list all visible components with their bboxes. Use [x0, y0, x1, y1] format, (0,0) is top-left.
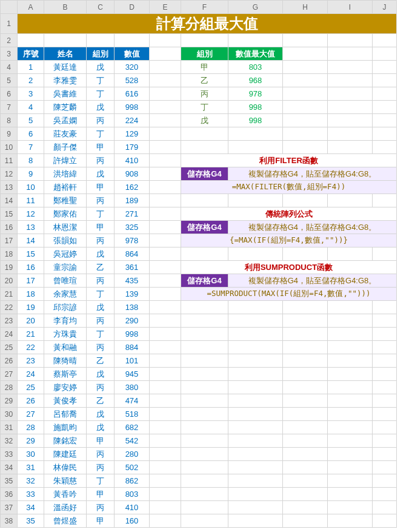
cell[interactable]	[373, 301, 397, 314]
cell[interactable]	[150, 514, 181, 528]
cell[interactable]	[228, 368, 283, 381]
cell[interactable]	[228, 314, 283, 328]
cell[interactable]: 黃俊孝	[44, 394, 87, 408]
cell[interactable]	[373, 421, 397, 434]
cell[interactable]	[283, 34, 328, 47]
cell[interactable]: 4	[18, 101, 44, 114]
cell[interactable]	[228, 461, 283, 474]
cell[interactable]	[283, 47, 328, 61]
cell[interactable]: 945	[115, 368, 150, 381]
row-header[interactable]: 12	[1, 167, 18, 181]
cell[interactable]	[328, 341, 373, 354]
cell[interactable]: 271	[115, 207, 150, 221]
cell[interactable]	[283, 141, 328, 154]
cell[interactable]: 組別	[181, 47, 228, 61]
cell[interactable]: =MAX(FILTER(數值,組別=F4))	[181, 181, 397, 194]
cell[interactable]: 張韻如	[44, 234, 87, 247]
row-header[interactable]: 38	[1, 514, 18, 528]
cell[interactable]	[181, 514, 228, 528]
row-header[interactable]: 26	[1, 354, 18, 368]
cell[interactable]: 陳銘宏	[44, 434, 87, 448]
row-header[interactable]: 27	[1, 368, 18, 381]
cell[interactable]	[228, 194, 283, 207]
cell[interactable]	[328, 328, 373, 341]
cell[interactable]	[150, 234, 181, 247]
cell[interactable]: 許煒立	[44, 154, 87, 167]
cell[interactable]	[228, 301, 283, 314]
cell[interactable]	[283, 127, 328, 141]
cell[interactable]	[228, 141, 283, 154]
cell[interactable]: 290	[115, 314, 150, 328]
cell[interactable]	[150, 101, 181, 114]
cell[interactable]	[328, 421, 373, 434]
cell[interactable]: 顏子傑	[44, 141, 87, 154]
cell[interactable]	[328, 127, 373, 141]
cell[interactable]: 丙	[87, 114, 115, 127]
cell[interactable]	[228, 514, 283, 528]
cell[interactable]: 29	[18, 434, 44, 448]
cell[interactable]	[181, 501, 228, 514]
cell[interactable]	[328, 114, 373, 127]
cell[interactable]	[150, 141, 181, 154]
cell[interactable]	[181, 314, 228, 328]
cell[interactable]	[373, 194, 397, 207]
row-header[interactable]: 24	[1, 328, 18, 341]
cell[interactable]: 複製儲存格G4，貼至儲存格G4:G8。	[228, 274, 397, 288]
cell[interactable]: 甲	[87, 181, 115, 194]
row-header[interactable]: 30	[1, 408, 18, 421]
cell[interactable]: 28	[18, 421, 44, 434]
cell[interactable]	[328, 368, 373, 381]
cell[interactable]: 7	[18, 141, 44, 154]
cell[interactable]	[150, 421, 181, 434]
cell[interactable]: 864	[115, 247, 150, 261]
spreadsheet[interactable]: A B C D E F G H I J 1計算分組最大值23序號姓名組別數值組別…	[0, 0, 397, 528]
cell[interactable]: 160	[115, 514, 150, 528]
cell[interactable]	[373, 501, 397, 514]
cell[interactable]	[150, 434, 181, 448]
cell[interactable]: 528	[115, 74, 150, 87]
cell[interactable]	[283, 314, 328, 328]
cell[interactable]: 丙	[87, 234, 115, 247]
cell[interactable]: 32	[18, 474, 44, 488]
cell[interactable]	[150, 154, 181, 167]
cell[interactable]: 余家慧	[44, 288, 87, 301]
cell[interactable]	[283, 114, 328, 127]
cell[interactable]: 戊	[181, 114, 228, 127]
cell[interactable]: 黃香吟	[44, 488, 87, 501]
cell[interactable]	[328, 488, 373, 501]
cell[interactable]: 224	[115, 114, 150, 127]
cell[interactable]: 組別	[87, 47, 115, 61]
cell[interactable]	[115, 34, 150, 47]
cell[interactable]: 鄭稚聖	[44, 194, 87, 207]
cell[interactable]: 丙	[87, 274, 115, 288]
cell[interactable]: 803	[228, 61, 283, 74]
cell[interactable]	[44, 34, 87, 47]
cell[interactable]: 丙	[87, 501, 115, 514]
cell[interactable]: 丙	[87, 154, 115, 167]
row-header[interactable]: 8	[1, 114, 18, 127]
cell[interactable]: 14	[18, 234, 44, 247]
cell[interactable]	[228, 421, 283, 434]
cell[interactable]	[373, 74, 397, 87]
cell[interactable]	[328, 301, 373, 314]
row-header[interactable]: 2	[1, 34, 18, 47]
row-header[interactable]: 36	[1, 488, 18, 501]
cell[interactable]: 9	[18, 167, 44, 181]
cell[interactable]: 吳書維	[44, 87, 87, 101]
cell[interactable]: 陳猗晴	[44, 354, 87, 368]
cell[interactable]: 474	[115, 394, 150, 408]
cell[interactable]: 戊	[87, 408, 115, 421]
row-header[interactable]: 4	[1, 61, 18, 74]
cell[interactable]: 129	[115, 127, 150, 141]
cell[interactable]: 6	[18, 127, 44, 141]
cell[interactable]: 16	[18, 261, 44, 274]
row-header[interactable]: 11	[1, 154, 18, 167]
cell[interactable]: 27	[18, 408, 44, 421]
cell[interactable]: 丁	[87, 87, 115, 101]
cell[interactable]	[150, 221, 181, 234]
cell[interactable]: 17	[18, 274, 44, 288]
col-header[interactable]: A	[18, 1, 44, 14]
cell[interactable]	[283, 61, 328, 74]
cell[interactable]	[228, 381, 283, 394]
cell[interactable]: 11	[18, 194, 44, 207]
